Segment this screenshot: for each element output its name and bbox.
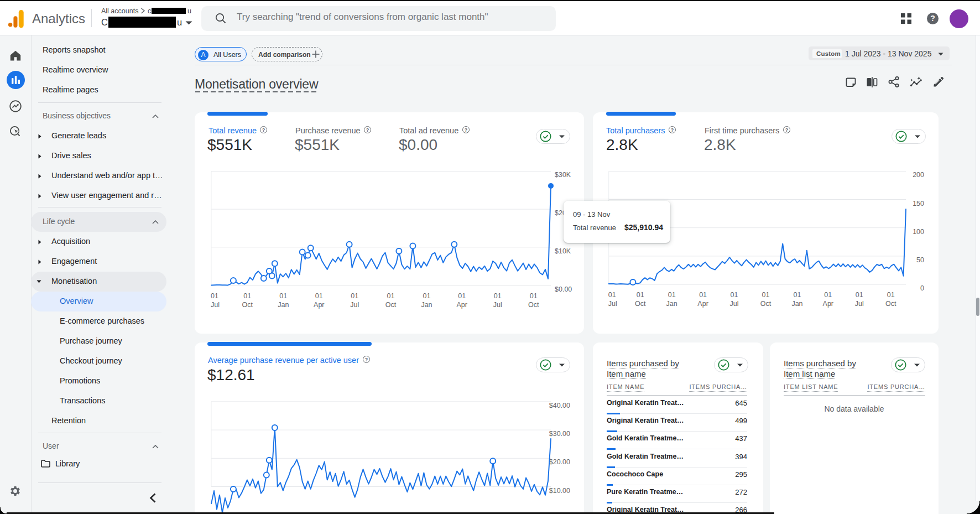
- svg-text:0: 0: [920, 284, 924, 292]
- svg-text:Oct: Oct: [635, 300, 646, 308]
- svg-text:01: 01: [762, 291, 770, 299]
- svg-text:01: 01: [699, 291, 707, 299]
- svg-text:01: 01: [530, 292, 538, 300]
- svg-text:$30K: $30K: [555, 171, 571, 179]
- svg-text:Jan: Jan: [791, 300, 802, 308]
- svg-text:01: 01: [608, 291, 616, 299]
- svg-text:01: 01: [211, 292, 218, 300]
- svg-text:01: 01: [423, 292, 431, 300]
- svg-text:$40.00: $40.00: [549, 402, 570, 409]
- svg-text:Jul: Jul: [608, 300, 617, 308]
- svg-text:01: 01: [243, 292, 251, 300]
- svg-text:Jul: Jul: [493, 301, 502, 309]
- svg-text:Jul: Jul: [730, 300, 739, 308]
- svg-text:01: 01: [387, 292, 394, 300]
- svg-text:01: 01: [637, 291, 644, 299]
- svg-text:Oct: Oct: [528, 301, 539, 309]
- svg-text:$10K: $10K: [555, 247, 571, 255]
- svg-text:Jul: Jul: [855, 300, 864, 308]
- svg-text:200: 200: [913, 171, 924, 179]
- svg-text:Apr: Apr: [456, 301, 467, 309]
- svg-text:$0.00: $0.00: [555, 285, 572, 293]
- svg-text:01: 01: [794, 291, 801, 299]
- svg-text:Apr: Apr: [823, 300, 833, 308]
- svg-text:Jul: Jul: [211, 301, 220, 309]
- svg-text:01: 01: [668, 291, 676, 299]
- svg-text:100: 100: [913, 228, 924, 236]
- svg-text:Oct: Oct: [385, 301, 397, 309]
- svg-text:Oct: Oct: [760, 300, 772, 308]
- svg-text:01: 01: [351, 292, 358, 300]
- svg-text:01: 01: [731, 291, 738, 299]
- svg-text:Jan: Jan: [666, 300, 677, 308]
- svg-text:$30.00: $30.00: [549, 430, 570, 438]
- svg-text:01: 01: [458, 292, 466, 300]
- svg-text:$10.00: $10.00: [549, 487, 570, 495]
- svg-text:01: 01: [494, 292, 502, 300]
- svg-text:$20.00: $20.00: [549, 458, 570, 466]
- svg-text:01: 01: [887, 291, 895, 299]
- svg-text:Apr: Apr: [314, 301, 324, 309]
- svg-text:01: 01: [824, 291, 832, 299]
- svg-text:Oct: Oct: [885, 300, 896, 308]
- svg-text:150: 150: [913, 200, 924, 207]
- svg-text:50: 50: [916, 256, 924, 264]
- svg-text:Oct: Oct: [242, 301, 253, 309]
- svg-text:Jul: Jul: [350, 301, 359, 309]
- svg-text:01: 01: [315, 292, 323, 300]
- svg-text:Jan: Jan: [421, 301, 432, 309]
- svg-text:01: 01: [856, 291, 863, 299]
- svg-text:01: 01: [279, 292, 287, 300]
- svg-text:Apr: Apr: [697, 300, 708, 308]
- svg-text:Jan: Jan: [278, 301, 289, 309]
